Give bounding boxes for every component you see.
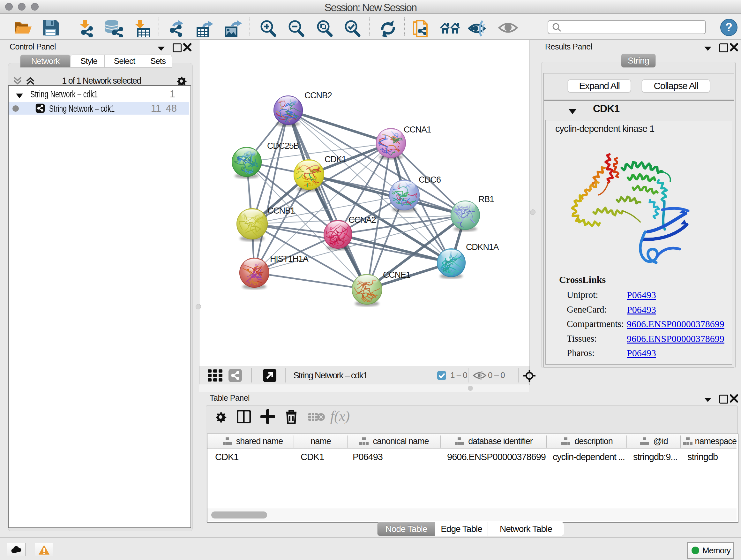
- svg-text:CDC25B: CDC25B: [267, 141, 299, 151]
- svg-text:CDC6: CDC6: [419, 175, 441, 185]
- svg-text:HIST1H1A: HIST1H1A: [270, 254, 309, 264]
- svg-text:CDKN1A: CDKN1A: [466, 242, 499, 252]
- svg-text:CCNB2: CCNB2: [305, 91, 332, 100]
- svg-text:CCNE1: CCNE1: [383, 270, 410, 280]
- svg-text:CDK1: CDK1: [325, 154, 346, 164]
- svg-text:CCNB1: CCNB1: [267, 206, 295, 215]
- svg-text:?: ?: [725, 21, 732, 34]
- svg-text:CCNA2: CCNA2: [348, 215, 376, 225]
- svg-text:CCNA1: CCNA1: [404, 125, 431, 134]
- svg-text:RB1: RB1: [478, 194, 494, 204]
